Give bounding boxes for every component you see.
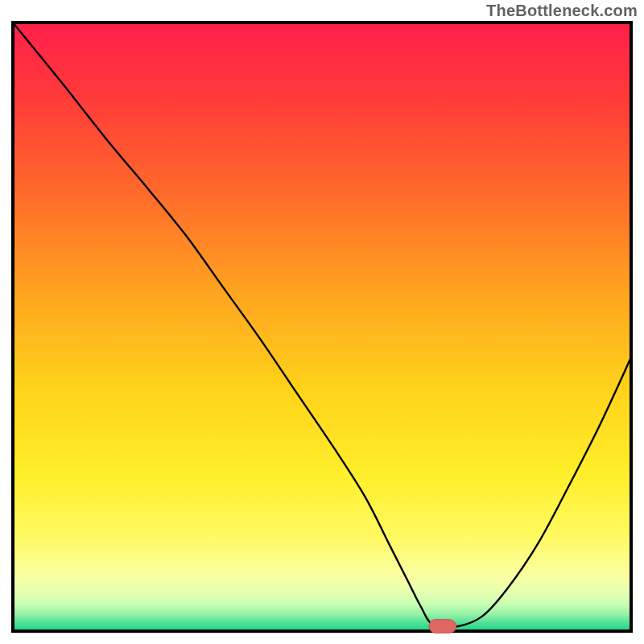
plot-background [13, 23, 631, 631]
chart-stage: TheBottleneck.com [0, 0, 644, 644]
chart-svg [0, 0, 644, 644]
optimum-marker [429, 620, 456, 634]
